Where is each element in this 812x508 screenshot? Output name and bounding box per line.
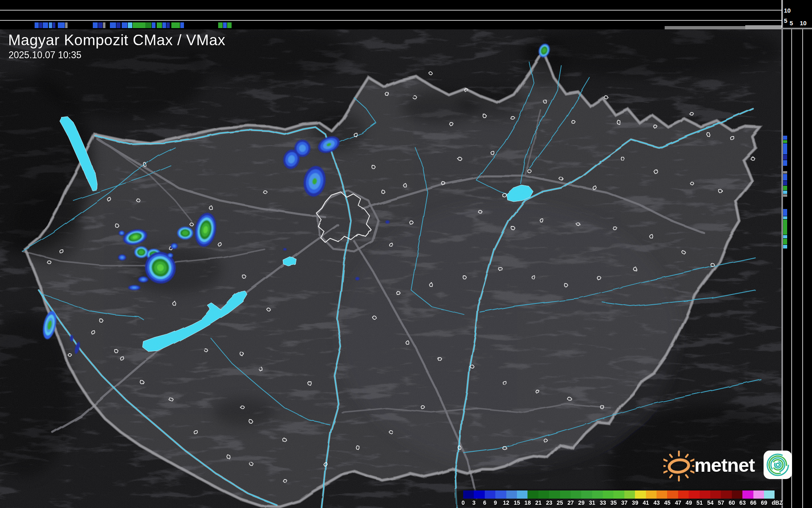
top-axis-label-5: 5 — [784, 17, 787, 24]
colorbar-segment — [485, 490, 495, 499]
colorbar-segment — [538, 490, 549, 499]
colorbar-tick: 23 — [546, 499, 552, 506]
metnet-app-icon — [764, 451, 792, 479]
top-profile-echo-mark — [49, 22, 52, 28]
top-profile-echo-mark — [227, 22, 232, 28]
side-profile-echo-mark — [783, 220, 787, 235]
side-profile-echo-mark — [783, 191, 787, 194]
top-profile-echo-mark — [110, 22, 116, 28]
colorbar-segment — [624, 490, 635, 499]
dbz-colorbar: 0369121518212325272931333537394143454749… — [455, 489, 781, 508]
top-profile-echo-mark — [128, 22, 132, 28]
side-profile-echo-mark — [783, 160, 787, 166]
radar-app-screen: 105510 — [0, 0, 812, 508]
side-profile-echo-mark — [783, 181, 787, 185]
colorbar-segment — [732, 490, 742, 499]
top-profile-echo-mark — [43, 22, 48, 28]
spiral-icon — [764, 451, 792, 479]
colorbar-segment — [646, 490, 657, 499]
top-profile-echo-mark — [171, 22, 180, 28]
side-profile-echo-mark — [783, 245, 787, 249]
colorbar-tick: 43 — [653, 499, 660, 506]
side-profile-echo-mark — [783, 216, 787, 219]
colorbar-tick: 6 — [483, 499, 486, 506]
top-profile-echo-mark — [223, 22, 227, 28]
colorbar-segment — [571, 490, 581, 499]
colorbar-segment — [678, 490, 689, 499]
side-profile-echo-mark — [783, 136, 787, 140]
top-profile-baseline — [665, 26, 745, 29]
side-axis-label-5: 5 — [790, 20, 793, 26]
side-profile-echo-mark — [783, 171, 787, 174]
top-height-profile-panel — [0, 0, 781, 29]
colorbar-tick: 35 — [611, 499, 617, 506]
top-axis-label-10: 10 — [784, 7, 791, 14]
colorbar-segment — [635, 490, 646, 499]
colorbar-tick: 54 — [707, 499, 714, 506]
side-axis-label-10: 10 — [800, 20, 807, 26]
top-profile-echo-mark — [180, 22, 184, 28]
colorbar-tick: 47 — [675, 499, 681, 506]
side-height-profile-panel: 105510 — [781, 0, 812, 508]
colorbar-segment — [613, 490, 624, 499]
colorbar-tick: 49 — [686, 499, 692, 506]
page-title: Magyar Kompozit CMax / VMax — [8, 32, 225, 49]
colorbar-tick: 41 — [643, 499, 649, 506]
colorbar-segment — [506, 490, 517, 499]
colorbar-segment — [742, 490, 753, 499]
logo-wordmark: metnet — [694, 454, 755, 476]
colorbar-tick: 57 — [718, 499, 724, 506]
side-profile-plot: 105510 — [781, 0, 812, 508]
colorbar-segments — [463, 490, 775, 499]
side-profile-echo-mark — [783, 155, 787, 160]
colorbar-segment — [527, 490, 538, 499]
colorbar-segment — [689, 490, 699, 499]
colorbar-segment — [474, 490, 484, 499]
side-profile-echo-mark — [783, 174, 787, 180]
colorbar-tick: 12 — [503, 499, 510, 506]
colorbar-tick: 33 — [600, 499, 606, 506]
colorbar-tick: 51 — [696, 499, 703, 506]
colorbar-segment — [517, 490, 527, 499]
side-profile-echo-mark — [783, 194, 787, 197]
colorbar-segment — [657, 490, 667, 499]
hungary-radar-map — [0, 29, 781, 508]
side-profile-echo-mark — [783, 235, 787, 238]
sun-icon — [663, 448, 694, 482]
side-profile-echo-mark — [783, 186, 787, 190]
colorbar-tick: 18 — [525, 499, 531, 506]
colorbar-tick: 3 — [472, 499, 475, 506]
top-profile-plot — [0, 0, 781, 29]
colorbar-tick: 21 — [535, 499, 542, 506]
colorbar-segment — [764, 490, 775, 499]
colorbar-tick: 66 — [750, 499, 757, 506]
top-profile-echo-mark — [53, 22, 55, 28]
top-profile-echo-mark — [152, 22, 155, 28]
colorbar-segment — [495, 490, 506, 499]
colorbar-tick: 9 — [494, 499, 497, 506]
colorbar-segment — [667, 490, 678, 499]
colorbar-segment — [603, 490, 613, 499]
colorbar-tick: 0 — [462, 499, 465, 506]
colorbar-tick: 45 — [664, 499, 671, 506]
terrain-grain — [0, 29, 781, 508]
timestamp: 2025.10.07 10:35 — [9, 50, 81, 61]
side-profile-echo-mark — [783, 239, 787, 244]
top-profile-echo-mark — [103, 22, 105, 28]
side-profile-echo-mark — [783, 209, 787, 216]
colorbar-segment — [463, 490, 474, 499]
colorbar-tick: 37 — [621, 499, 628, 506]
metnet-logo: metnet — [663, 448, 777, 482]
top-profile-baseline — [745, 25, 781, 29]
colorbar-segment — [581, 490, 592, 499]
colorbar-segment — [700, 490, 710, 499]
colorbar-tick: 31 — [589, 499, 595, 506]
top-profile-echo-mark — [157, 22, 162, 28]
top-profile-echo-mark — [65, 22, 68, 28]
top-profile-echo-mark — [122, 22, 127, 28]
colorbar-segment — [560, 490, 571, 499]
colorbar-tick: 63 — [740, 499, 746, 506]
top-profile-echo-mark — [39, 22, 42, 28]
top-profile-echo-mark — [133, 22, 145, 28]
colorbar-tick: 25 — [557, 499, 563, 506]
